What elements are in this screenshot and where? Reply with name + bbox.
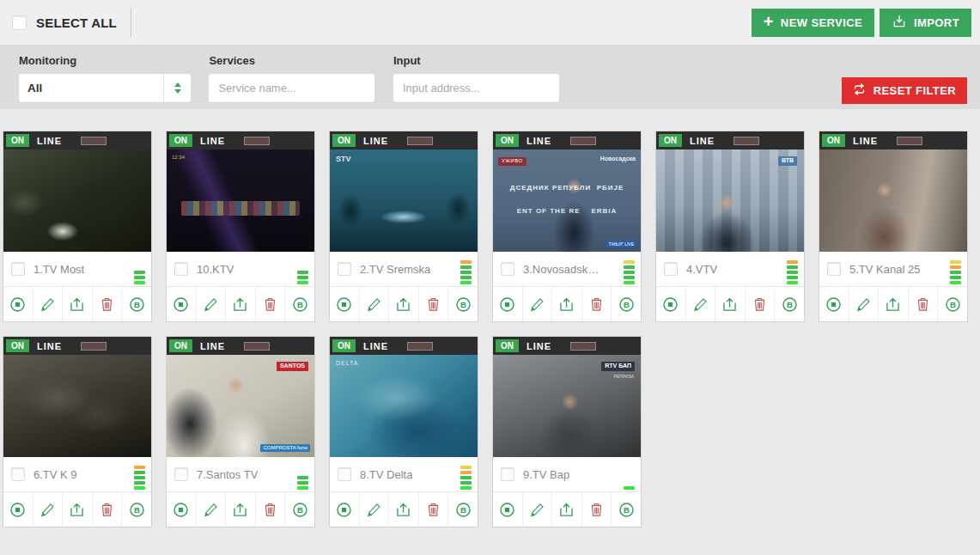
stop-button[interactable]: [3, 492, 33, 527]
bitrate-button[interactable]: B: [285, 492, 314, 527]
bitrate-button[interactable]: B: [285, 287, 314, 321]
export-button[interactable]: [552, 492, 582, 527]
service-checkbox[interactable]: [664, 262, 678, 276]
service-status-bar: ON LINE: [3, 131, 151, 149]
stop-icon: [825, 296, 843, 314]
stop-button[interactable]: [656, 287, 686, 321]
stop-button[interactable]: [330, 287, 360, 321]
services-filter-group: Services: [209, 54, 374, 102]
service-thumbnail[interactable]: 12:34: [167, 149, 314, 252]
service-thumbnail[interactable]: DELTA: [330, 355, 478, 457]
reset-filter-label: RESET FILTER: [873, 84, 956, 97]
service-checkbox[interactable]: [338, 467, 351, 481]
select-all-checkbox[interactable]: [12, 15, 27, 30]
service-checkbox[interactable]: [501, 467, 514, 481]
stop-button[interactable]: [330, 492, 360, 527]
export-button[interactable]: [715, 287, 746, 321]
bitrate-button[interactable]: B: [938, 287, 967, 321]
status-line-label: LINE: [690, 136, 715, 146]
service-name-input[interactable]: [209, 74, 374, 102]
delete-button[interactable]: [909, 287, 939, 321]
status-meter: [244, 137, 270, 145]
signal-bar-green: [787, 265, 798, 269]
stop-button[interactable]: [493, 287, 523, 321]
delete-button[interactable]: [93, 287, 123, 321]
service-checkbox[interactable]: [501, 262, 514, 276]
input-filter-group: Input: [393, 54, 559, 102]
monitoring-select[interactable]: All: [19, 74, 191, 102]
bitrate-button[interactable]: B: [448, 287, 478, 321]
service-thumbnail[interactable]: ВТВ: [656, 149, 804, 252]
input-address-input[interactable]: [393, 74, 559, 102]
export-button[interactable]: [879, 287, 909, 321]
export-button[interactable]: [389, 287, 419, 321]
edit-button[interactable]: [33, 492, 64, 527]
service-thumbnail[interactable]: SANTOSCOMPROSTA forte: [167, 355, 314, 457]
service-thumbnail[interactable]: [3, 149, 151, 252]
delete-button[interactable]: [582, 287, 612, 321]
bitrate-button[interactable]: B: [612, 492, 641, 527]
reset-filter-button[interactable]: RESET FILTER: [842, 77, 967, 104]
bitrate-button[interactable]: B: [122, 492, 151, 527]
new-service-button[interactable]: + NEW SERVICE: [752, 9, 874, 37]
edit-button[interactable]: [197, 287, 227, 321]
export-button[interactable]: [63, 492, 93, 527]
stop-button[interactable]: [167, 287, 197, 321]
status-line-label: LINE: [363, 341, 388, 351]
bitrate-button[interactable]: B: [775, 287, 804, 321]
service-thumbnail[interactable]: [3, 355, 151, 457]
bitrate-button[interactable]: B: [122, 287, 151, 321]
service-actions: B: [656, 286, 804, 321]
edit-icon: [202, 296, 220, 314]
service-checkbox[interactable]: [11, 467, 25, 481]
service-thumbnail[interactable]: STV: [330, 149, 478, 252]
edit-button[interactable]: [33, 287, 64, 321]
export-button[interactable]: [63, 287, 93, 321]
edit-button[interactable]: [523, 492, 553, 527]
service-card: ON LINE УЖИВОНовосадскаДСЕДНИК РЕПУБЛИ Р…: [492, 131, 642, 322]
bitrate-button[interactable]: B: [448, 492, 478, 527]
edit-button[interactable]: [360, 492, 390, 527]
service-thumbnail[interactable]: [819, 149, 967, 252]
stop-button[interactable]: [167, 492, 197, 527]
stop-button[interactable]: [3, 287, 33, 321]
service-checkbox[interactable]: [174, 467, 188, 481]
service-status-bar: ON LINE: [167, 131, 314, 149]
edit-button[interactable]: [686, 287, 716, 321]
service-name: 3.Novosadsk…: [523, 263, 599, 276]
ktv-clock: 12:34: [172, 155, 185, 162]
bitrate-button[interactable]: B: [612, 287, 641, 321]
export-button[interactable]: [389, 492, 419, 527]
bitrate-icon: B: [618, 296, 636, 314]
service-status-bar: ON LINE: [819, 131, 967, 149]
export-button[interactable]: [552, 287, 582, 321]
stop-button[interactable]: [819, 287, 849, 321]
service-checkbox[interactable]: [11, 262, 25, 276]
edit-button[interactable]: [849, 287, 880, 321]
service-checkbox[interactable]: [174, 262, 188, 276]
export-button[interactable]: [226, 287, 256, 321]
status-on-badge: ON: [332, 339, 356, 352]
signal-bar-lime: [624, 486, 635, 490]
service-checkbox[interactable]: [827, 262, 841, 276]
bitrate-icon: B: [291, 501, 309, 519]
edit-button[interactable]: [523, 287, 553, 321]
delete-button[interactable]: [419, 492, 449, 527]
export-button[interactable]: [226, 492, 256, 527]
service-actions: B: [819, 286, 967, 321]
delete-button[interactable]: [256, 287, 286, 321]
delete-button[interactable]: [746, 287, 776, 321]
service-thumbnail[interactable]: RTV БАПРЕПРИЗА: [493, 355, 641, 457]
delete-button[interactable]: [419, 287, 449, 321]
edit-button[interactable]: [360, 287, 390, 321]
delete-button[interactable]: [256, 492, 286, 527]
service-checkbox[interactable]: [338, 262, 351, 276]
signal-bar-yellow: [624, 260, 635, 264]
signal-bars: [297, 476, 308, 490]
stop-button[interactable]: [493, 492, 523, 527]
delete-button[interactable]: [582, 492, 612, 527]
delete-button[interactable]: [93, 492, 123, 527]
service-thumbnail[interactable]: УЖИВОНовосадскаДСЕДНИК РЕПУБЛИ РБИЈЕENT …: [493, 149, 641, 252]
import-button[interactable]: IMPORT: [880, 9, 971, 37]
edit-button[interactable]: [197, 492, 227, 527]
